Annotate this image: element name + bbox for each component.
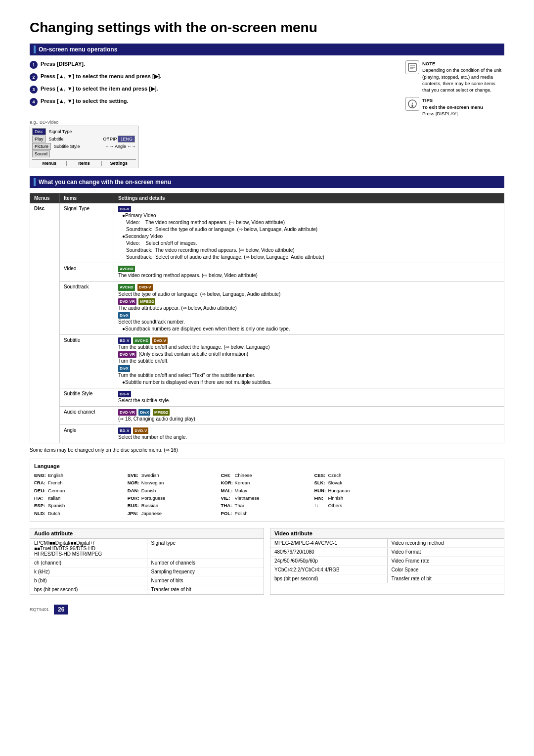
badge-dvdvr2: DVD-VR xyxy=(118,351,136,358)
settings-video: AVCHD The video recording method appears… xyxy=(114,263,504,282)
tips-label: TIPS xyxy=(422,97,433,103)
footer-menus: Menus xyxy=(32,161,67,166)
badge-avchd2: AVCHD xyxy=(118,284,135,290)
video-attr-table: MPEG-2/MPEG-4 AVC/VC-1 Video recording m… xyxy=(270,539,504,583)
settings-angle: BD-V DVD-V Select the number of the angl… xyxy=(114,425,504,443)
table-footnote: Some items may be changed only on the di… xyxy=(30,447,504,453)
lang-col-1: ENG:English FRA:French DEU:German ITA:It… xyxy=(34,472,127,518)
badge-mpeg2: MPEG2 xyxy=(138,298,155,305)
attr-row: b (bit) Number of bits xyxy=(30,576,264,585)
language-title: Language xyxy=(34,463,500,469)
badge-avchd: AVCHD xyxy=(118,266,135,272)
footer-items: Items xyxy=(67,161,101,166)
menu-diagram: e.g., BD-Video Disc Signal Type Play Sub… xyxy=(30,120,398,168)
step-1: 1 Press [DISPLAY]. xyxy=(30,60,398,69)
diagram-row-2: Play Subtitle Off PIP 1ENG xyxy=(32,136,136,142)
audio-desc-1: Signal type xyxy=(147,539,264,559)
badge-dvdvr3: DVD-VR xyxy=(118,409,136,416)
tips-sub: Press [DISPLAY]. xyxy=(422,111,459,116)
video-desc-1: Video recording method xyxy=(387,539,504,548)
step-num-2: 2 xyxy=(30,73,38,81)
step-text-1: Press [DISPLAY]. xyxy=(41,60,85,68)
step-num-4: 4 xyxy=(30,98,38,106)
audio-val-4: b (bit) xyxy=(30,576,147,585)
video-val-4: YCbCr4:2:2/YCbCr4:4:4/RGB xyxy=(270,565,387,574)
audio-val-5: bps (bit per second) xyxy=(30,585,147,594)
video-attribute-section: Video attribute MPEG-2/MPEG-4 AVC/VC-1 V… xyxy=(270,528,504,595)
video-desc-3: Video Frame rate xyxy=(387,556,504,565)
attr-row: 24p/50i/60i/50p/60p Video Frame rate xyxy=(270,556,504,565)
tips-content: TIPS To exit the on-screen menu Press [D… xyxy=(422,97,483,117)
badge-dvdv3: DVD-V xyxy=(133,427,148,434)
badge-bdv2: BD-V xyxy=(118,337,131,344)
col-settings: Settings and details xyxy=(114,193,504,203)
tips-text: To exit the on-screen menu xyxy=(422,104,483,110)
audio-val-1: LPCM/■■Digital/■■Digital+/■■TrueHD/DTS 9… xyxy=(30,539,147,559)
attr-row: k (kHz) Sampling frequency xyxy=(30,567,264,576)
badge-divx2: DivX xyxy=(118,365,130,372)
video-desc-4: Color Space xyxy=(387,565,504,574)
language-grid: ENG:English FRA:French DEU:German ITA:It… xyxy=(34,472,500,518)
footer-settings: Settings xyxy=(102,161,136,166)
lang-col-2: SVE:Swedish NOR:Norwegian DAN:Danish POR… xyxy=(128,472,220,518)
badge-avchd3: AVCHD xyxy=(133,337,150,344)
audio-desc-3: Sampling frequency xyxy=(147,567,264,576)
diagram-row-4: Sound xyxy=(32,150,136,157)
lang-col-5 xyxy=(407,472,500,518)
steps-and-diagram: 1 Press [DISPLAY]. 2 Press [▲, ▼] to sel… xyxy=(30,60,398,168)
badge-dvdvr: DVD-VR xyxy=(118,298,136,305)
badge-divx3: DivX xyxy=(138,409,150,416)
video-desc-2: Video Format xyxy=(387,547,504,556)
attributes-container: Audio attribute LPCM/■■Digital/■■Digital… xyxy=(30,528,504,595)
badge-bdv4: BD-V xyxy=(118,427,131,434)
video-attr-title: Video attribute xyxy=(270,528,504,539)
side-notes: NOTE Depending on the condition of the u… xyxy=(405,60,504,117)
badge-divx: DivX xyxy=(118,312,130,319)
attr-row: 480/576/720/1080 Video Format xyxy=(270,547,504,556)
steps-list: 1 Press [DISPLAY]. 2 Press [▲, ▼] to sel… xyxy=(30,60,398,110)
col-menus: Menus xyxy=(30,193,60,203)
col-items: Items xyxy=(60,193,114,203)
note-icon xyxy=(405,60,419,74)
settings-soundtrack: AVCHD DVD-V Select the type of audio or … xyxy=(114,282,504,335)
audio-attribute-section: Audio attribute LPCM/■■Digital/■■Digital… xyxy=(30,528,264,595)
settings-audio-channel: DVD-VR DivX MPEG2 (⇨ 18, Changing audio … xyxy=(114,406,504,425)
steps-col: 1 Press [DISPLAY]. 2 Press [▲, ▼] to sel… xyxy=(30,60,398,110)
tips-icon xyxy=(405,97,419,111)
step-2: 2 Press [▲, ▼] to select the menu and pr… xyxy=(30,73,398,81)
audio-attr-title: Audio attribute xyxy=(30,528,264,539)
audio-val-2: ch (channel) xyxy=(30,558,147,567)
settings-subtitle-style: BD-V Select the subtitle style. xyxy=(114,388,504,406)
step-text-3: Press [▲, ▼] to select the item and pres… xyxy=(41,85,158,93)
items-angle: Angle xyxy=(60,425,114,443)
badge-dvdv: DVD-V xyxy=(137,284,153,290)
badge-bdv: BD-V xyxy=(118,206,131,212)
menu-1eng: 1ENG xyxy=(118,136,135,142)
items-subtitle: Subtitle xyxy=(60,334,114,388)
section2-header: What you can change with the on-screen m… xyxy=(30,176,504,188)
section1-header: On-screen menu operations xyxy=(30,44,504,55)
step-text-2: Press [▲, ▼] to select the menu and pres… xyxy=(41,73,161,80)
audio-desc-2: Number of channels xyxy=(147,558,264,567)
items-soundtrack: Soundtrack xyxy=(60,282,114,335)
audio-val-3: k (kHz) xyxy=(30,567,147,576)
step-text-4: Press [▲, ▼] to select the setting. xyxy=(41,97,129,105)
menu-diagram-box: Disc Signal Type Play Subtitle Off PIP 1… xyxy=(30,126,138,168)
page-number: 26 xyxy=(54,605,68,614)
attr-row: LPCM/■■Digital/■■Digital+/■■TrueHD/DTS 9… xyxy=(30,539,264,559)
items-signal-type: Signal Type xyxy=(60,203,114,263)
diagram-row-3: Picture Subtitle Style ←→ Angle ←→ xyxy=(32,143,136,150)
note-box: NOTE Depending on the condition of the u… xyxy=(405,60,504,93)
menu-picture: Picture xyxy=(32,143,51,150)
badge-bdv3: BD-V xyxy=(118,391,131,397)
page-footer: RQT9401 26 xyxy=(30,605,504,614)
diagram-row-1: Disc Signal Type xyxy=(32,128,136,135)
attr-row: bps (bit per second) Transfer rate of bi… xyxy=(270,574,504,583)
video-desc-5: Transfer rate of bit xyxy=(387,574,504,583)
step-num-3: 3 xyxy=(30,86,38,94)
badge-dvdv2: DVD-V xyxy=(152,337,168,344)
menu-play: Play xyxy=(32,136,46,142)
audio-attr-table: LPCM/■■Digital/■■Digital+/■■TrueHD/DTS 9… xyxy=(30,539,264,594)
table-row: Disc Signal Type BD-V ●Primary Video Vid… xyxy=(30,203,504,263)
video-val-5: bps (bit per second) xyxy=(270,574,387,583)
